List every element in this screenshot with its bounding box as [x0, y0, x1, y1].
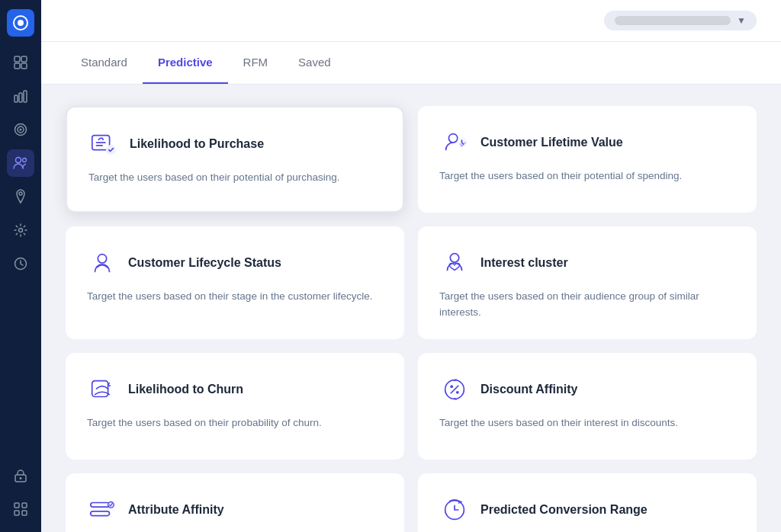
sidebar-item-users[interactable] [7, 149, 34, 177]
cards-grid: Likelihood to Purchase Target the users … [66, 106, 757, 532]
svg-rect-22 [22, 511, 27, 515]
svg-rect-33 [91, 502, 110, 507]
sidebar-logo[interactable] [7, 9, 34, 37]
card-discount-affinity[interactable]: Discount Affinity Target the users based… [418, 353, 757, 460]
likelihood-to-churn-icon [87, 374, 117, 405]
customer-lifetime-value-icon [439, 127, 470, 158]
likelihood-to-purchase-icon [88, 129, 119, 159]
svg-point-28 [450, 254, 458, 262]
card-title: Likelihood to Purchase [130, 137, 264, 151]
card-header: Customer Lifecycle Status [87, 248, 383, 278]
card-title: Customer Lifetime Value [480, 136, 623, 149]
svg-point-32 [456, 391, 459, 394]
svg-point-1 [18, 20, 24, 26]
svg-point-13 [23, 159, 27, 162]
tab-predictive[interactable]: Predictive [143, 42, 228, 84]
sidebar-item-dashboard[interactable] [7, 49, 34, 76]
cards-content: Likelihood to Purchase Target the users … [41, 85, 781, 532]
card-header: Likelihood to Churn [87, 374, 383, 405]
card-header: Likelihood to Purchase [88, 129, 381, 159]
customer-lifecycle-status-icon [87, 248, 117, 278]
svg-point-14 [19, 192, 22, 195]
sidebar-item-settings[interactable] [7, 216, 34, 244]
svg-point-25 [448, 134, 457, 143]
header-dropdown-text [615, 16, 731, 25]
sidebar-item-lock[interactable] [7, 462, 34, 489]
card-interest-cluster[interactable]: Interest cluster Target the users based … [418, 226, 757, 339]
card-likelihood-to-purchase[interactable]: Likelihood to Purchase Target the users … [66, 106, 404, 213]
tab-rfm[interactable]: RFM [228, 42, 284, 84]
svg-rect-21 [14, 511, 19, 515]
card-desc: Target the users based on their probabil… [87, 415, 383, 431]
svg-point-12 [16, 158, 21, 163]
sidebar-item-location[interactable] [7, 183, 34, 210]
svg-rect-8 [24, 91, 27, 102]
svg-rect-6 [14, 95, 18, 102]
card-title: Interest cluster [480, 256, 568, 270]
svg-rect-2 [14, 56, 20, 62]
main-content: ▼ Standard Predictive RFM Saved [41, 0, 781, 532]
card-header: Interest cluster [439, 248, 735, 278]
card-title: Discount Affinity [480, 383, 577, 396]
interest-cluster-icon [439, 248, 470, 278]
card-title: Predicted Conversion Range [480, 503, 648, 517]
svg-rect-4 [14, 63, 20, 69]
svg-rect-19 [14, 503, 19, 508]
header: ▼ [41, 0, 781, 42]
card-customer-lifetime-value[interactable]: Customer Lifetime Value Target the users… [418, 106, 757, 213]
tabs-bar: Standard Predictive RFM Saved [41, 42, 781, 85]
svg-point-31 [450, 385, 453, 388]
card-desc: Target the users based on their stage in… [87, 289, 383, 305]
card-header: Predicted Conversion Range [439, 495, 735, 525]
chevron-down-icon: ▼ [737, 15, 746, 26]
sidebar-bottom [7, 462, 34, 523]
svg-point-18 [20, 477, 22, 479]
svg-rect-7 [19, 93, 22, 102]
card-header: Customer Lifetime Value [439, 127, 735, 158]
sidebar-item-history[interactable] [7, 250, 34, 277]
card-desc: Target the users based on their audience… [439, 289, 735, 321]
card-likelihood-to-churn[interactable]: Likelihood to Churn Target the users bas… [66, 353, 404, 460]
svg-point-27 [98, 255, 106, 263]
card-desc: Target the users based on their interest… [439, 415, 735, 431]
card-title: Customer Lifecycle Status [128, 256, 281, 270]
sidebar-item-chart[interactable] [7, 82, 34, 110]
card-desc: Target the users based on their potentia… [88, 170, 381, 186]
card-title: Attribute Affinity [128, 503, 224, 517]
tab-standard[interactable]: Standard [66, 42, 143, 84]
sidebar [0, 0, 41, 532]
sidebar-item-target[interactable] [7, 116, 34, 143]
attribute-affinity-icon [87, 495, 117, 525]
svg-rect-34 [91, 511, 110, 516]
card-attribute-affinity[interactable]: Attribute Affinity Target the users base… [66, 473, 404, 532]
card-customer-lifecycle-status[interactable]: Customer Lifecycle Status Target the use… [66, 226, 404, 339]
card-header: Discount Affinity [439, 374, 735, 405]
card-title: Likelihood to Churn [128, 383, 243, 396]
predicted-conversion-range-icon [439, 495, 470, 525]
sidebar-item-grid[interactable] [7, 495, 34, 523]
header-dropdown[interactable]: ▼ [604, 11, 757, 30]
card-header: Attribute Affinity [87, 495, 383, 525]
svg-rect-3 [21, 56, 27, 62]
svg-point-11 [20, 129, 22, 131]
svg-rect-20 [22, 503, 27, 508]
svg-rect-29 [92, 380, 108, 396]
svg-rect-5 [21, 63, 27, 69]
tab-saved[interactable]: Saved [283, 42, 346, 84]
card-desc: Target the users based on their potentia… [439, 168, 735, 184]
card-predicted-conversion-range[interactable]: Predicted Conversion Range Target the us… [418, 473, 757, 532]
discount-affinity-icon [439, 374, 470, 405]
svg-point-15 [19, 229, 23, 232]
